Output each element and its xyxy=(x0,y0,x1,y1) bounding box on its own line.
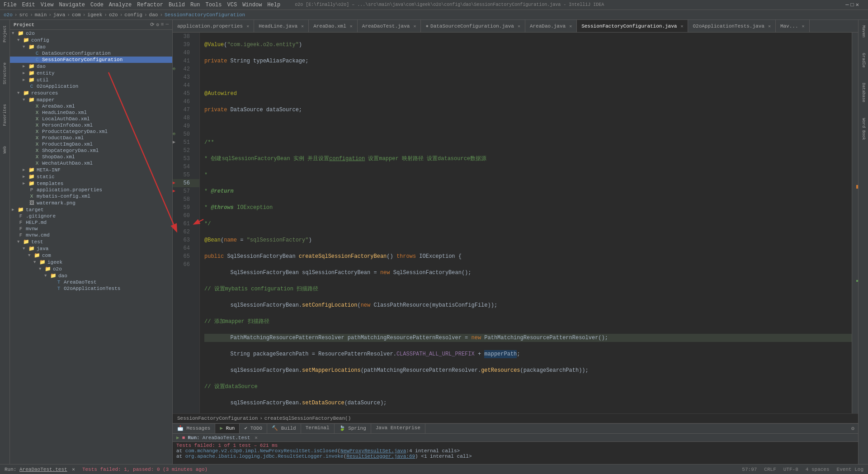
settings-icon[interactable]: ≡ xyxy=(161,22,164,28)
tree-item-test-o2o[interactable]: ▼ 📁 o2o xyxy=(10,265,172,272)
tree-item-entity[interactable]: ▶ 📁 entity xyxy=(10,70,172,76)
tab-areadao-java[interactable]: AreaDao.java ✕ xyxy=(525,20,577,32)
tab-o2oapptests[interactable]: O2oApplicationTests.java ✕ xyxy=(688,20,775,32)
tab-mav[interactable]: Mav... ✕ xyxy=(776,20,810,32)
minimize-button[interactable]: ─ xyxy=(845,2,849,8)
menu-navigate[interactable]: Navigate xyxy=(59,2,85,8)
menu-run[interactable]: Run xyxy=(190,2,200,8)
web-tab-icon[interactable]: Web xyxy=(3,144,7,155)
tree-item-helpmd[interactable]: F HELP.md xyxy=(10,219,172,226)
menu-view[interactable]: View xyxy=(41,2,54,8)
tab-close-icon[interactable]: ✕ xyxy=(518,24,520,29)
path-session[interactable]: SessionFactoryConfiguration xyxy=(165,12,245,18)
menu-build[interactable]: Build xyxy=(169,2,185,8)
tree-item-mapper[interactable]: ▼ 📁 mapper xyxy=(10,96,172,103)
tree-item-localauthdao[interactable]: X LocalAuthDao.xml xyxy=(10,116,172,122)
tree-item-appprops[interactable]: P application.properties xyxy=(10,187,172,193)
tree-item-o2oapptests[interactable]: T O2oApplicationTests xyxy=(10,285,172,292)
bottom-tab-spring[interactable]: 🍃 Spring xyxy=(335,424,371,433)
bottom-tab-run[interactable]: ▶ Run xyxy=(215,424,240,433)
menu-tools[interactable]: Tools xyxy=(206,2,222,8)
tree-item-areadao-xml[interactable]: X AreaDao.xml xyxy=(10,103,172,109)
tree-item-test-com[interactable]: ▼ 📁 com xyxy=(10,252,172,259)
menu-window[interactable]: Window xyxy=(242,2,262,8)
menu-code[interactable]: Code xyxy=(90,2,104,8)
bottom-tab-terminal[interactable]: Terminal xyxy=(301,424,335,433)
tree-item-wechatauthdao[interactable]: X WechatAuthDao.xml xyxy=(10,160,172,166)
menu-file[interactable]: File xyxy=(4,2,17,8)
tab-close-icon[interactable]: ✕ xyxy=(413,24,416,29)
tree-item-target[interactable]: ▶ 📁 target xyxy=(10,206,172,213)
tree-item-static[interactable]: ▶ 📁 static xyxy=(10,173,172,180)
run-test-file[interactable]: AreaDaoTest.test xyxy=(19,467,67,472)
breadcrumb-method[interactable]: createSqlSessionFactoryBean() xyxy=(264,416,351,421)
path-java[interactable]: java xyxy=(53,12,65,18)
favorites-tab-icon[interactable]: Favorites xyxy=(3,102,7,128)
tab-close-icon[interactable]: ✕ xyxy=(680,24,683,29)
tree-item-datasource[interactable]: C DataSourceConfiguration xyxy=(10,50,172,57)
tree-item-templates[interactable]: ▶ 📁 templates xyxy=(10,180,172,187)
tree-item-config[interactable]: ▼ 📁 config xyxy=(10,37,172,43)
tree-item-productimgdao[interactable]: X ProductImgDao.xml xyxy=(10,141,172,147)
path-src[interactable]: src xyxy=(19,12,28,18)
line-separator[interactable]: CRLF xyxy=(764,467,776,472)
menu-help[interactable]: Help xyxy=(267,2,280,8)
tree-item-areadaotest[interactable]: T AreaDaoTest xyxy=(10,279,172,285)
path-o2o[interactable]: o2o xyxy=(4,12,13,18)
bottom-tab-build[interactable]: 🔨 Build xyxy=(267,424,301,433)
run-stop-icon[interactable]: ■ xyxy=(182,435,185,441)
close-run-icon[interactable]: ✕ xyxy=(72,467,75,472)
gradle-tab-icon[interactable]: Gradle xyxy=(861,51,866,69)
menu-edit[interactable]: Edit xyxy=(22,2,35,8)
path-config[interactable]: config xyxy=(124,12,142,18)
bottom-panel-settings-icon[interactable]: ⚙ xyxy=(848,424,858,433)
run-indicator[interactable]: Run: AreaDaoTest.test ✕ xyxy=(5,466,75,472)
file-encoding[interactable]: UTF-8 xyxy=(783,467,798,472)
tree-item-shopdao[interactable]: X ShopDao.xml xyxy=(10,154,172,160)
path-main[interactable]: main xyxy=(35,12,47,18)
path-com[interactable]: com xyxy=(72,12,81,18)
wordbook-tab-icon[interactable]: Word Book xyxy=(861,116,866,142)
tab-datasourceconfiguration[interactable]: ● DataSourceConfiguration.java ✕ xyxy=(421,20,525,32)
tree-item-o2oapplication[interactable]: C O2oApplication xyxy=(10,83,172,90)
tree-item-test-igeek[interactable]: ▼ 📁 igeek xyxy=(10,259,172,265)
database-tab-icon[interactable]: Database xyxy=(861,81,866,104)
minimap[interactable] xyxy=(852,33,858,413)
tab-sessionfactory[interactable]: SessionFactoryConfiguration.java ✕ xyxy=(577,20,688,32)
path-o2o2[interactable]: o2o xyxy=(109,12,118,18)
tab-close-icon[interactable]: ✕ xyxy=(301,24,304,29)
run-play-icon[interactable]: ▶ xyxy=(176,435,179,441)
project-tab-icon[interactable]: Project xyxy=(3,24,7,44)
run-file-label[interactable]: AreaDaoTest.test xyxy=(203,435,250,441)
tree-item-mybatisconfig[interactable]: X mybatis-config.xml xyxy=(10,193,172,199)
tab-close-icon[interactable]: ✕ xyxy=(569,24,572,29)
tree-item-productcategorydao[interactable]: X ProductCategoryDao.xml xyxy=(10,128,172,135)
event-log-link[interactable]: Event Log xyxy=(837,467,863,472)
sync-icon[interactable]: ⟳ xyxy=(150,22,154,28)
tree-item-test-dao[interactable]: ▼ 📁 dao xyxy=(10,272,172,279)
tab-close-icon[interactable]: ✕ xyxy=(802,24,805,29)
tree-item-shopcategorydao[interactable]: X ShopCategoryDao.xml xyxy=(10,147,172,154)
tab-headline-java[interactable]: HeadLine.java ✕ xyxy=(254,20,309,32)
tree-item-util[interactable]: ▶ 📁 util xyxy=(10,76,172,83)
indent-label[interactable]: 4 spaces xyxy=(806,467,830,472)
tab-areadao-xml[interactable]: AreaDao.xml ✕ xyxy=(309,20,358,32)
code-editor[interactable]: @Value("com.igeek.o2o.entity") private S… xyxy=(200,33,852,413)
tree-item-test-java[interactable]: ▼ 📁 java xyxy=(10,245,172,252)
tree-item-gitignore[interactable]: F .gitignore xyxy=(10,213,172,219)
tab-close-icon[interactable]: ✕ xyxy=(768,24,771,29)
run-close-icon[interactable]: ✕ xyxy=(255,435,258,441)
tree-item-test[interactable]: ▼ 📁 test xyxy=(10,238,172,245)
tree-item-mvnwcmd[interactable]: F mvnw.cmd xyxy=(10,232,172,238)
bottom-tab-java-enterprise[interactable]: Java Enterprise xyxy=(371,424,425,433)
gear-icon[interactable]: ⚙ xyxy=(156,22,159,28)
tree-item-resources[interactable]: ▼ 📁 resources xyxy=(10,90,172,96)
menu-vcs[interactable]: VCS xyxy=(227,2,237,8)
tree-item-dao-config[interactable]: ▼ 📁 dao xyxy=(10,43,172,50)
menu-analyze[interactable]: Analyze xyxy=(109,2,132,8)
tree-item-personinfodao[interactable]: X PersonInfoDao.xml xyxy=(10,122,172,128)
path-dao[interactable]: dao xyxy=(149,12,158,18)
close-button[interactable]: ✕ xyxy=(856,1,859,8)
tree-item-sessionfactory[interactable]: C SessionFactoryConfiguration xyxy=(10,57,172,63)
tree-item-o2o[interactable]: ▼ 📁 o2o xyxy=(10,30,172,37)
